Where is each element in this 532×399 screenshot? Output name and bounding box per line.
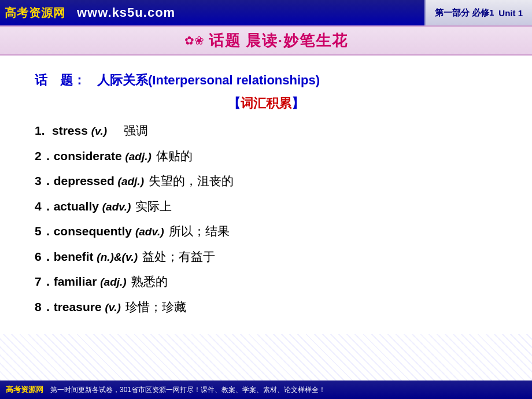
vocab-num: 1. [35, 121, 52, 140]
list-item: 1. stress (v.) 强调 [35, 121, 497, 140]
vocab-num: 6． [35, 247, 54, 266]
header-logo: 高考资源网 www.ks5u.com [0, 5, 175, 21]
vocab-pos: (adj.) [125, 149, 151, 165]
vocab-word: treasure [54, 298, 105, 316]
section-title-text: 话题 晨读·妙笔生花 [209, 31, 348, 51]
bg-decoration [0, 334, 532, 380]
vocab-pos: (adj.) [100, 274, 126, 291]
unit-badge: 第一部分 必修1 Unit 1 [424, 0, 532, 25]
list-item: 6． benefit (n.)&(v.) 益处；有益于 [35, 247, 497, 266]
vocab-pos: (n.)&(v.) [97, 249, 138, 266]
vocab-bracket-left: 【 [228, 96, 241, 110]
vocab-meaning: 珍惜；ㅤ珍藏 [125, 298, 186, 316]
vocab-num: 3． [35, 172, 54, 190]
list-item: 5． consequently (adv.) 所以；ㅤ结果 [35, 222, 497, 241]
vocab-meaning: 所以；ㅤ结果 [169, 222, 230, 241]
vocab-pos: (adj.) [118, 173, 144, 190]
vocab-meaning: 实际上 [135, 197, 172, 216]
vocab-list: 1. stress (v.) 强调 2． considerate (adj.) … [35, 121, 497, 316]
logo-site: www.ks5u.com [77, 5, 175, 20]
vocab-pos: (v.) [91, 123, 107, 140]
vocab-num: 5． [35, 222, 54, 241]
list-item: 4． actually (adv.) 实际上 [35, 197, 497, 216]
vocab-meaning: 失望的，沮丧的 [149, 172, 234, 190]
vocab-word: stress [52, 121, 91, 140]
list-item: 2． considerate (adj.) 体贴的 [35, 147, 497, 165]
vocab-word: consequently [54, 222, 135, 241]
section-title-bar: ✿❀ 话题 晨读·妙笔生花 [0, 25, 532, 56]
logo-gaokao: 高考资源网 [5, 5, 65, 21]
vocab-bracket-right: 】 [291, 96, 304, 110]
vocab-num: 8． [35, 298, 54, 316]
list-item: 8． treasure (v.) 珍惜；ㅤ珍藏 [35, 298, 497, 316]
vocab-meaning: 体贴的 [156, 147, 193, 165]
vocab-meaning: 熟悉的 [131, 272, 168, 291]
section-icon: ✿❀ [184, 34, 204, 47]
header-bar: 高考资源网 www.ks5u.com 第一部分 必修1 Unit 1 [0, 0, 532, 25]
footer-bar: 高考资源网 第一时间更新各试卷，301省市区资源一网打尽！课件、教案、学案、素材… [0, 380, 532, 399]
list-item: 3． depressed (adj.) 失望的，沮丧的 [35, 172, 497, 190]
vocab-header-text: 词汇积累 [241, 96, 291, 110]
footer-text: 第一时间更新各试卷，301省市区资源一网打尽！课件、教案、学案、素材、论文样样全… [50, 385, 326, 395]
vocab-word: familiar [54, 272, 101, 291]
vocab-word: depressed [54, 172, 118, 190]
vocab-pos: (v.) [105, 300, 120, 316]
topic-line: 话 题： 人际关系(Interpersonal relationships) [35, 72, 497, 89]
footer-logo: 高考资源网 [6, 385, 43, 395]
list-item: 7． familiar (adj.) 熟悉的 [35, 272, 497, 291]
vocab-meaning: 益处；有益于 [142, 247, 215, 266]
vocab-pos: (adv.) [135, 224, 164, 241]
vocab-num: 7． [35, 272, 54, 291]
vocab-word: actually [54, 197, 102, 216]
unit-book-label: 必修1 [472, 8, 494, 19]
unit-label: Unit 1 [498, 8, 523, 18]
topic-label: 话 题： [35, 72, 86, 89]
main-content: 话 题： 人际关系(Interpersonal relationships) 【… [0, 56, 532, 328]
vocab-word: benefit [54, 247, 97, 266]
topic-content: 人际关系(Interpersonal relationships) [97, 72, 320, 89]
vocab-word: considerate [54, 147, 125, 165]
unit-part-label: 第一部分 [435, 8, 470, 19]
vocab-num: 4． [35, 197, 54, 216]
vocab-meaning: 强调 [112, 121, 148, 140]
vocab-num: 2． [35, 147, 54, 165]
vocab-header: 【词汇积累】 [35, 95, 497, 112]
vocab-pos: (adv.) [102, 199, 131, 216]
